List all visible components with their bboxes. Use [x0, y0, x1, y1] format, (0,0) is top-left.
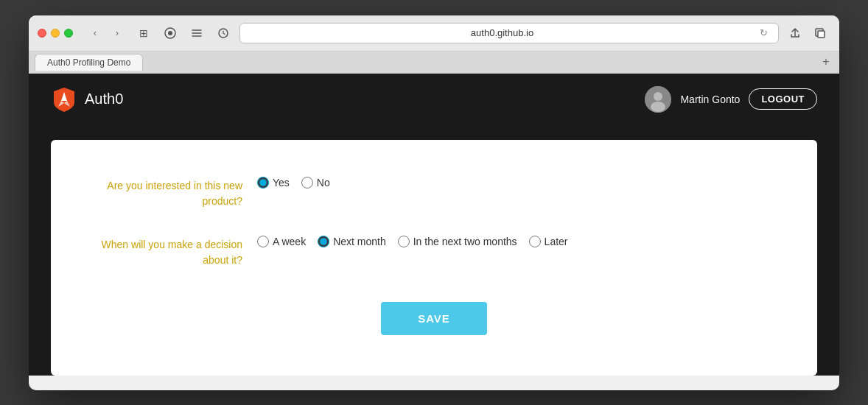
browser-toolbar-right [785, 23, 830, 43]
option-yes[interactable]: Yes [257, 177, 290, 189]
app-container: Auth0 Martin Gonto LOGOUT [29, 74, 839, 376]
option-yes-label: Yes [273, 177, 290, 189]
navbar: Auth0 Martin Gonto LOGOUT [29, 74, 839, 125]
refresh-button[interactable]: ↻ [757, 27, 771, 38]
new-tab-button[interactable]: + [819, 54, 833, 69]
browser-titlebar: ‹ › ⊞ auth0.github.io ↻ [29, 15, 839, 52]
option-later[interactable]: Later [529, 236, 568, 247]
browser-window: ‹ › ⊞ auth0.github.io ↻ Auth0 Profiling … [29, 15, 839, 390]
question-2-label: When will you make a decision about it? [95, 236, 242, 268]
option-two-months-label: In the next two months [413, 236, 517, 247]
option-no-label: No [317, 177, 330, 189]
back-button[interactable]: ‹ [85, 25, 105, 41]
navbar-brand: Auth0 [51, 86, 123, 113]
share-button[interactable] [785, 23, 805, 43]
address-bar[interactable]: auth0.github.io ↻ [239, 23, 779, 43]
question-1-row: Are you interested in this new product? … [95, 177, 773, 209]
logout-button[interactable]: LOGOUT [749, 88, 817, 110]
nav-buttons: ‹ › [85, 25, 127, 41]
radio-later[interactable] [529, 236, 541, 247]
user-name: Martin Gonto [680, 94, 740, 105]
radio-week[interactable] [257, 236, 269, 247]
sidebar-toggle-button[interactable]: ⊞ [133, 23, 154, 43]
option-no[interactable]: No [301, 177, 330, 189]
option-next-month-label: Next month [333, 236, 386, 247]
auth0-logo-icon [51, 86, 77, 113]
question-2-controls: A week Next month In the next two months [257, 236, 568, 247]
question-1-label: Are you interested in this new product? [95, 177, 242, 209]
main-content: Are you interested in this new product? … [51, 140, 817, 376]
extensions-button-1[interactable] [160, 23, 181, 43]
url-display: auth0.github.io [248, 27, 757, 38]
close-button[interactable] [38, 29, 46, 38]
navbar-right: Martin Gonto LOGOUT [645, 86, 817, 113]
option-week[interactable]: A week [257, 236, 306, 247]
active-tab[interactable]: Auth0 Profiling Demo [35, 54, 143, 71]
radio-next-month[interactable] [318, 236, 329, 247]
extensions-button-3[interactable] [213, 23, 234, 43]
svg-rect-4 [818, 31, 825, 38]
traffic-lights [38, 29, 73, 38]
user-avatar [645, 86, 671, 113]
maximize-button[interactable] [64, 29, 73, 38]
option-two-months[interactable]: In the next two months [398, 236, 517, 247]
forward-button[interactable]: › [107, 25, 127, 41]
option-next-month[interactable]: Next month [318, 236, 386, 247]
form-section: Are you interested in this new product? … [95, 177, 773, 335]
svg-point-1 [168, 31, 172, 35]
tab-bar: Auth0 Profiling Demo + [29, 52, 839, 74]
minimize-button[interactable] [51, 29, 60, 38]
radio-two-months[interactable] [398, 236, 410, 247]
svg-point-7 [651, 102, 665, 112]
option-week-label: A week [273, 236, 306, 247]
extensions-button-2[interactable] [186, 23, 207, 43]
question-1-controls: Yes No [257, 177, 330, 189]
save-button[interactable]: SAVE [381, 302, 487, 335]
radio-no[interactable] [301, 177, 313, 189]
question-2-row: When will you make a decision about it? … [95, 236, 773, 268]
brand-name: Auth0 [85, 91, 123, 108]
option-later-label: Later [545, 236, 568, 247]
save-section: SAVE [95, 302, 773, 335]
svg-point-6 [654, 92, 662, 101]
new-window-button[interactable] [810, 23, 830, 43]
radio-yes[interactable] [257, 177, 269, 189]
